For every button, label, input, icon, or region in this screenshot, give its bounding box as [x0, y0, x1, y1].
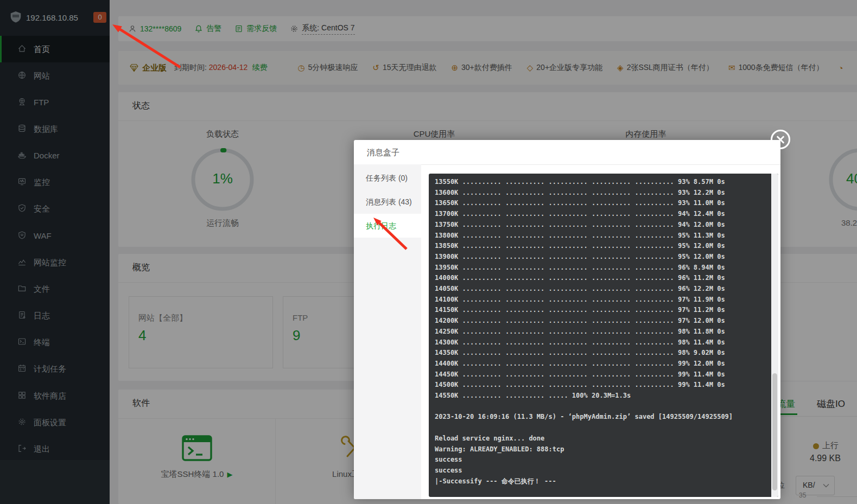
baota-panel-page: 192.168.10.85 0 首页 网站 FTP 数据库 Docker 监控: [0, 0, 857, 504]
close-icon[interactable]: [771, 130, 790, 149]
tab-task-list[interactable]: 任务列表 (0): [354, 166, 421, 190]
message-box-modal: 消息盒子 任务列表 (0) 消息列表 (43) 执行日志 13550K ....…: [354, 140, 780, 499]
terminal-output: 13550K .......... .......... .......... …: [435, 177, 765, 494]
scrollbar-thumb[interactable]: [772, 373, 777, 490]
execution-log-terminal[interactable]: 13550K .......... .......... .......... …: [429, 174, 778, 497]
tab-execution-log[interactable]: 执行日志: [354, 214, 421, 238]
terminal-scrollbar[interactable]: [771, 174, 778, 497]
modal-header: 消息盒子: [354, 140, 780, 165]
modal-tab-column: 任务列表 (0) 消息列表 (43) 执行日志: [354, 164, 421, 499]
tab-message-list[interactable]: 消息列表 (43): [354, 190, 421, 214]
modal-title: 消息盒子: [367, 140, 399, 164]
